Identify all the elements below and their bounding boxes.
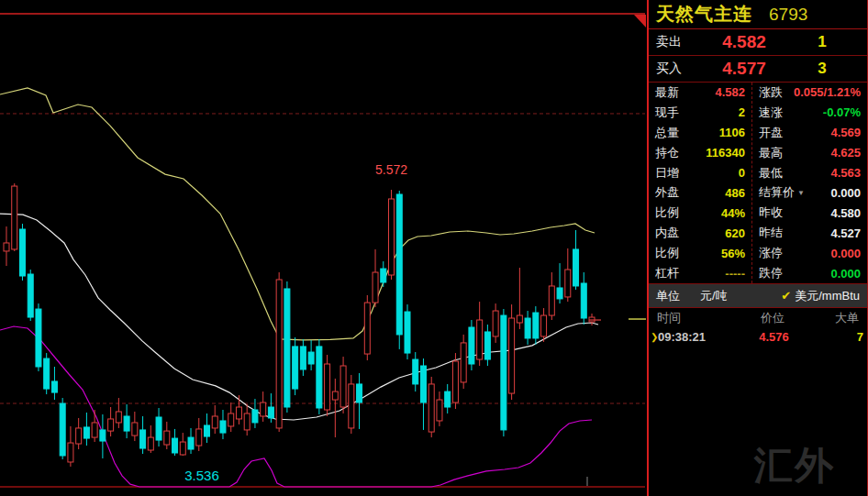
candle-down-body: [268, 407, 273, 418]
candle-up-body: [340, 366, 346, 407]
quote-label: 昨结: [759, 225, 783, 241]
quote-row-left-3: 持仓116340: [649, 143, 751, 163]
quote-value: 0.000: [830, 186, 861, 200]
tape-time: 09:38:21: [658, 330, 727, 344]
unit-option-usd[interactable]: ✔ 美元/mmBtu: [781, 288, 860, 304]
quote-label: 开盘: [759, 125, 783, 141]
candle-up-body: [236, 407, 241, 419]
candle-up-body: [116, 412, 121, 423]
candle-up-body: [541, 315, 547, 336]
candle-down-body: [60, 403, 65, 456]
tape-header: 时间 价位 大单: [649, 308, 867, 328]
candle-up-body: [76, 428, 82, 444]
candle-down-body: [188, 437, 194, 449]
tape-size: 7: [821, 330, 863, 344]
quote-label: 总量: [655, 125, 679, 141]
candle-up-body: [477, 320, 483, 359]
quote-panel: 天然气主连 6793 卖出 4.582 1 买入 4.577 3 最新4.582…: [647, 0, 868, 496]
candle-up-body: [108, 419, 114, 431]
quote-row-right-4: 最低4.563: [752, 163, 867, 183]
candle-up-body: [276, 280, 282, 428]
quote-row-right-8: 涨停0.000: [752, 243, 867, 263]
quote-value: 4.625: [830, 146, 861, 160]
candle-down-body: [557, 288, 562, 299]
quote-row-left-5: 外盘486: [649, 183, 751, 204]
quote-row-left-6: 比例44%: [649, 203, 751, 223]
candle-up-body: [148, 437, 153, 450]
quote-value: -0.07%: [823, 105, 861, 119]
quote-row-right-2: 开盘4.569: [752, 123, 867, 143]
quote-label: 比例: [655, 204, 679, 221]
candle-down-body: [501, 315, 506, 430]
instrument-header: 天然气主连 6793: [649, 0, 867, 29]
candle-up-body: [452, 361, 458, 402]
quote-value: 4.563: [830, 166, 861, 180]
candlestick-chart[interactable]: 5.5723.536: [0, 0, 647, 496]
candle-down-body: [156, 417, 161, 440]
quote-grid: 最新4.582现手2总量1106持仓116340日增0外盘486比例44%内盘6…: [649, 83, 867, 284]
candle-up-body: [517, 315, 522, 323]
candle-up-body: [389, 199, 395, 275]
candle-up-body: [332, 391, 338, 400]
candle-down-body: [413, 359, 418, 384]
candle-up-body: [68, 443, 73, 462]
tape-header-price: 价位: [729, 310, 817, 326]
quote-label: 速涨: [759, 105, 783, 121]
candle-down-body: [220, 421, 226, 433]
quote-row-right-1: 速涨-0.07%: [752, 103, 867, 123]
candle-up-body: [549, 286, 554, 315]
quote-label: 昨收: [759, 204, 783, 221]
unit-option-cny[interactable]: 元/吨: [700, 288, 728, 304]
candle-down-body: [140, 430, 146, 448]
quote-value: 4.580: [830, 206, 861, 220]
tape-row: ❯ 09:38:21 4.576 7: [649, 328, 867, 346]
candle-down-body: [533, 313, 539, 338]
candle-up-body: [461, 343, 466, 382]
candle-up-body: [325, 364, 330, 410]
quote-label: 涨跌: [759, 84, 783, 101]
quote-value: 620: [725, 226, 745, 240]
candle-up-body: [132, 423, 138, 435]
ask-price: 4.582: [704, 32, 785, 52]
chart-canvas[interactable]: 5.5723.536: [0, 0, 647, 496]
quote-label: 最新: [655, 84, 679, 101]
bid-row[interactable]: 买入 4.577 3: [649, 56, 867, 83]
trading-app-window: 5.5723.536 天然气主连 6793 卖出 4.582 1 买入 4.57…: [0, 0, 868, 496]
quote-row-left-7: 内盘620: [649, 223, 751, 243]
candle-down-body: [124, 416, 129, 431]
quote-row-right-0: 涨跌0.055/1.21%: [752, 83, 867, 103]
quote-label: 最高: [759, 145, 783, 161]
candle-down-body: [293, 347, 298, 389]
candle-down-body: [405, 312, 410, 353]
quote-row-right-5[interactable]: 结算价▼0.000: [752, 183, 867, 204]
candle-down-body: [172, 438, 178, 453]
ask-row[interactable]: 卖出 4.582 1: [649, 29, 867, 56]
tape-price: 4.576: [727, 330, 821, 344]
quote-row-left-2: 总量1106: [649, 123, 751, 143]
candle-down-body: [484, 332, 490, 359]
instrument-title: 天然气主连: [656, 2, 752, 27]
quote-label: 日增: [655, 165, 679, 182]
candle-down-body: [396, 194, 402, 335]
quote-label: 最低: [759, 165, 783, 182]
quote-row-right-6: 昨收4.580: [752, 203, 867, 223]
candle-down-body: [317, 347, 322, 408]
candle-up-body: [12, 186, 17, 249]
candle-down-body: [19, 229, 25, 276]
quote-label: 杠杆: [655, 265, 679, 281]
bid-size: 3: [785, 60, 860, 78]
quote-label: 比例: [655, 245, 679, 261]
quote-row-right-7: 昨结4.527: [752, 223, 867, 243]
quote-value: 56%: [721, 247, 745, 260]
candle-down-body: [308, 352, 314, 364]
settlement-dropdown-icon[interactable]: ▼: [797, 189, 805, 197]
quote-label: 跌停: [759, 265, 783, 281]
quote-value: 486: [725, 186, 745, 200]
candle-up-body: [180, 442, 185, 455]
quote-value: 0.000: [830, 247, 861, 260]
quote-value: -----: [725, 267, 745, 281]
quote-value: 4.582: [715, 85, 745, 99]
quote-label: 涨停: [759, 245, 783, 261]
candle-up-body: [428, 384, 434, 432]
candle-up-body: [244, 413, 250, 430]
